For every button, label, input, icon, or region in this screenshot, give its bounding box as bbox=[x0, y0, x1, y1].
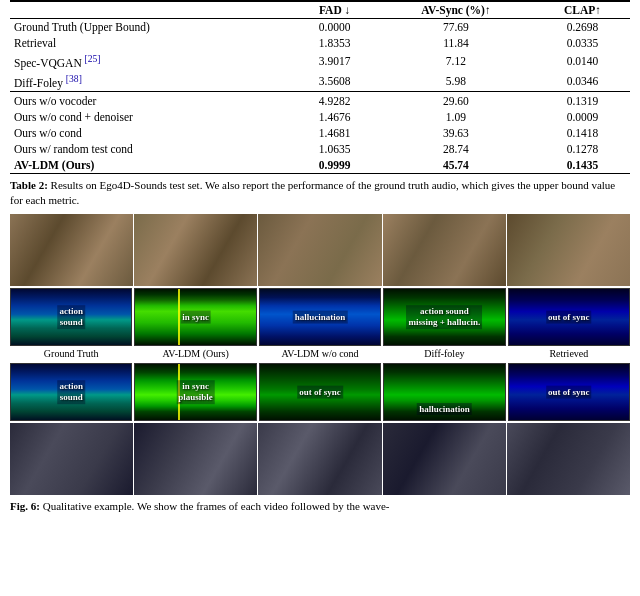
col-label-2: AV-LDM w/o cond bbox=[259, 348, 381, 360]
method-cell: AV-LDM (Ours) bbox=[10, 157, 292, 174]
bottom-video-frame-3 bbox=[258, 423, 381, 495]
metric-cell: 1.0635 bbox=[292, 141, 377, 157]
table-caption-label: Table 2: bbox=[10, 179, 48, 191]
spec-label-r2-1: in syncplausible bbox=[176, 381, 215, 405]
table-row: Ours w/o vocoder4.928229.600.1319 bbox=[10, 91, 630, 109]
method-cell: Ours w/o vocoder bbox=[10, 91, 292, 109]
spectrogram-item-r2-4: out of sync bbox=[508, 363, 630, 421]
metric-cell: 0.2698 bbox=[535, 19, 630, 36]
spec-label-2: hallucination bbox=[293, 311, 348, 324]
method-cell: Ours w/o cond bbox=[10, 125, 292, 141]
spectrogram-box-r2-4: out of sync bbox=[508, 363, 630, 421]
metric-cell: 3.9017 bbox=[292, 51, 377, 71]
col-label-3: Diff-foley bbox=[383, 348, 505, 360]
top-video-strip bbox=[10, 214, 630, 286]
metric-cell: 0.1278 bbox=[535, 141, 630, 157]
video-frame-3 bbox=[258, 214, 381, 286]
spectrogram-box-r2-2: out of sync bbox=[259, 363, 381, 421]
spectrogram-box-r2-0: actionsound bbox=[10, 363, 132, 421]
video-frame-5 bbox=[507, 214, 630, 286]
col-label-4: Retrieved bbox=[508, 348, 630, 360]
metric-cell: 39.63 bbox=[377, 125, 535, 141]
spectrogram-row-1: actionsoundin synchallucinationaction so… bbox=[10, 288, 630, 346]
spec-label-r2-2: out of sync bbox=[297, 386, 343, 399]
bottom-video-frame-5 bbox=[507, 423, 630, 495]
video-frame-4 bbox=[383, 214, 506, 286]
col-header-clap: CLAP↑ bbox=[535, 1, 630, 19]
fig-caption-text: Qualitative example. We show the frames … bbox=[43, 500, 390, 512]
metric-cell: 0.0140 bbox=[535, 51, 630, 71]
table-row: Retrieval1.835311.840.0335 bbox=[10, 35, 630, 51]
col-header-method bbox=[10, 1, 292, 19]
table-row: Ours w/o cond + denoiser1.46761.090.0009 bbox=[10, 109, 630, 125]
spec-label-r2-4: out of sync bbox=[546, 386, 592, 399]
metric-cell: 4.9282 bbox=[292, 91, 377, 109]
table-row: Spec-VQGAN [25]3.90177.120.0140 bbox=[10, 51, 630, 71]
metric-cell: 0.9999 bbox=[292, 157, 377, 174]
metric-cell: 5.98 bbox=[377, 71, 535, 91]
method-cell: Retrieval bbox=[10, 35, 292, 51]
col-header-fad: FAD ↓ bbox=[292, 1, 377, 19]
spectrogram-item-r2-3: hallucination bbox=[383, 363, 505, 421]
col-header-avsync: AV-Sync (%)↑ bbox=[377, 1, 535, 19]
metric-cell: 0.0009 bbox=[535, 109, 630, 125]
metric-cell: 28.74 bbox=[377, 141, 535, 157]
table-header-row: FAD ↓ AV-Sync (%)↑ CLAP↑ bbox=[10, 1, 630, 19]
metric-cell: 29.60 bbox=[377, 91, 535, 109]
hallucination-label: hallucination bbox=[417, 403, 472, 416]
method-cell: Spec-VQGAN [25] bbox=[10, 51, 292, 71]
spectrogram-section-2: actionsoundin syncplausibleout of syncha… bbox=[10, 363, 630, 421]
method-cell: Diff-Foley [38] bbox=[10, 71, 292, 91]
page-container: FAD ↓ AV-Sync (%)↑ CLAP↑ Ground Truth (U… bbox=[0, 0, 640, 517]
table-caption: Table 2: Results on Ego4D-Sounds test se… bbox=[10, 178, 630, 209]
spectrogram-item-0: actionsound bbox=[10, 288, 132, 346]
spec-label-1: in sync bbox=[180, 311, 211, 324]
table-row: AV-LDM (Ours)0.999945.740.1435 bbox=[10, 157, 630, 174]
bottom-video-frame-1 bbox=[10, 423, 133, 495]
table-caption-text: Results on Ego4D-Sounds test set. We als… bbox=[10, 179, 615, 206]
method-cell: Ours w/o cond + denoiser bbox=[10, 109, 292, 125]
spectrogram-box-r2-1: in syncplausible bbox=[134, 363, 256, 421]
spectrogram-item-r2-2: out of sync bbox=[259, 363, 381, 421]
table-row: Ground Truth (Upper Bound)0.000077.690.2… bbox=[10, 19, 630, 36]
metric-cell: 0.1418 bbox=[535, 125, 630, 141]
spectrogram-row-2: actionsoundin syncplausibleout of syncha… bbox=[10, 363, 630, 421]
metric-cell: 1.4676 bbox=[292, 109, 377, 125]
metric-cell: 7.12 bbox=[377, 51, 535, 71]
spectrogram-item-3: action soundmissing + hallucin. bbox=[383, 288, 505, 346]
spectrogram-section-1: actionsoundin synchallucinationaction so… bbox=[10, 288, 630, 346]
metric-cell: 1.4681 bbox=[292, 125, 377, 141]
metric-cell: 1.09 bbox=[377, 109, 535, 125]
spectrogram-box-r2-3: hallucination bbox=[383, 363, 505, 421]
metric-cell: 1.8353 bbox=[292, 35, 377, 51]
spectrogram-item-r2-0: actionsound bbox=[10, 363, 132, 421]
table-row: Ours w/o cond1.468139.630.1418 bbox=[10, 125, 630, 141]
bottom-video-strip bbox=[10, 423, 630, 495]
spectrogram-item-4: out of sync bbox=[508, 288, 630, 346]
spec-label-3: action soundmissing + hallucin. bbox=[406, 306, 482, 330]
spec-label-0: actionsound bbox=[57, 306, 85, 330]
spectrogram-box-2: hallucination bbox=[259, 288, 381, 346]
fig-caption-label: Fig. 6: bbox=[10, 500, 40, 512]
results-table: FAD ↓ AV-Sync (%)↑ CLAP↑ Ground Truth (U… bbox=[10, 0, 630, 174]
bottom-video-frame-2 bbox=[134, 423, 257, 495]
table-row: Ours w/ random test cond1.063528.740.127… bbox=[10, 141, 630, 157]
spectrogram-box-1: in sync bbox=[134, 288, 256, 346]
spec-label-4: out of sync bbox=[546, 311, 592, 324]
metric-cell: 0.0346 bbox=[535, 71, 630, 91]
spec-label-r2-0: actionsound bbox=[57, 381, 85, 405]
spectrogram-box-0: actionsound bbox=[10, 288, 132, 346]
spectrogram-item-r2-1: in syncplausible bbox=[134, 363, 256, 421]
method-cell: Ground Truth (Upper Bound) bbox=[10, 19, 292, 36]
video-frame-2 bbox=[134, 214, 257, 286]
fig-caption: Fig. 6: Qualitative example. We show the… bbox=[10, 497, 630, 516]
metric-cell: 0.1435 bbox=[535, 157, 630, 174]
spectrogram-box-4: out of sync bbox=[508, 288, 630, 346]
metric-cell: 0.0335 bbox=[535, 35, 630, 51]
video-frame-1 bbox=[10, 214, 133, 286]
metric-cell: 0.0000 bbox=[292, 19, 377, 36]
method-cell: Ours w/ random test cond bbox=[10, 141, 292, 157]
spectrogram-item-1: in sync bbox=[134, 288, 256, 346]
column-labels-row: Ground TruthAV-LDM (Ours)AV-LDM w/o cond… bbox=[10, 348, 630, 360]
metric-cell: 11.84 bbox=[377, 35, 535, 51]
